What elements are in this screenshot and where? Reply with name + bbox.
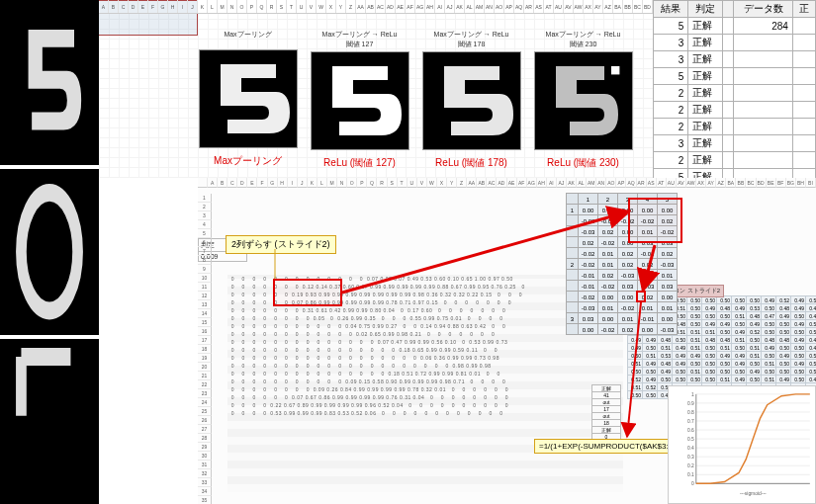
svg-text:---sigmoid---: ---sigmoid---	[740, 491, 767, 496]
selection-target-cell[interactable]	[636, 291, 646, 302]
filter-cell-0: Maxプーリング Maxプーリング	[198, 30, 298, 168]
results-header-cell: 判定	[688, 1, 723, 18]
results-row[interactable]: 2正解	[654, 102, 816, 119]
svg-point-0	[21, 193, 77, 311]
results-row[interactable]: 2正解	[654, 119, 816, 135]
sigmoid-chart: 00.10.20.30.40.50.60.70.80.91---sigmoid-…	[668, 385, 816, 504]
stride-callout: 2列ずらす (ストライド2)	[226, 235, 336, 254]
selection-filter-range[interactable]	[628, 198, 682, 243]
outer-column-headers: ABCDEFGHIJKLMNOPQRSTUVWXYZAAABACADAEAFAG…	[99, 0, 653, 14]
svg-text:0.7: 0.7	[687, 419, 694, 424]
svg-text:0.1: 0.1	[687, 472, 694, 477]
digit-five-large	[0, 0, 99, 165]
svg-rect-1	[611, 66, 619, 74]
filter-top-label: Maxプーリング	[224, 30, 271, 47]
results-header-cell: 結果	[654, 1, 688, 18]
filter-preview-row: Maxプーリング Maxプーリング Maxプーリング → ReLu閾値 127 …	[198, 30, 633, 168]
results-row[interactable]: 5正解284	[654, 18, 816, 35]
results-row[interactable]: 5正解	[654, 68, 816, 85]
results-row[interactable]: 2正解	[654, 152, 816, 169]
svg-text:0.6: 0.6	[687, 428, 694, 433]
filter-cell-3: Maxプーリング → ReLu閾値 230 ReLu (閾値 230)	[533, 30, 633, 168]
results-header-cell: 正	[792, 1, 815, 18]
filter-cell-2: Maxプーリング → ReLu閾値 178 ReLu (閾値 178)	[421, 30, 521, 168]
results-row[interactable]: 3正解	[654, 35, 816, 51]
inner-column-headers: ABCDEFGHIJKLMNOPQRSTUVWXYZAAABACADAEAFAG…	[198, 178, 816, 188]
filter-cell-1: Maxプーリング → ReLu閾値 127 ReLu (閾値 127)	[310, 30, 409, 168]
results-row[interactable]: 2正解	[654, 85, 816, 102]
filter-top-label: Maxプーリング → ReLu閾値 178	[434, 30, 509, 49]
svg-text:0.4: 0.4	[687, 446, 694, 451]
svg-text:1: 1	[691, 392, 694, 397]
results-row[interactable]: 3正解	[654, 51, 816, 68]
svg-text:0.5: 0.5	[687, 437, 694, 442]
svg-text:0.3: 0.3	[687, 455, 694, 460]
input-pixel-grid[interactable]: 0 0 0 0 0 0 0 0 0 0 0 0 0 0.07 0.07 0.07…	[227, 275, 623, 492]
digit-zero-large	[0, 169, 99, 334]
filter-image-relu-127	[311, 51, 409, 150]
filter-bottom-label: ReLu (閾値 230)	[547, 156, 619, 170]
svg-text:0.2: 0.2	[687, 463, 694, 468]
results-header-cell	[723, 1, 734, 18]
filter-bottom-label: ReLu (閾値 178)	[435, 156, 507, 170]
filter-image-relu-178	[422, 51, 521, 150]
svg-text:0.9: 0.9	[687, 401, 694, 406]
left-digit-strip	[0, 0, 99, 504]
filter-image-relu-230	[534, 51, 633, 150]
filter-top-label: Maxプーリング → ReLu閾値 230	[546, 30, 621, 49]
filter-image-maxpool	[199, 49, 298, 148]
selection-source-range[interactable]	[273, 279, 342, 306]
results-row[interactable]: 3正解	[654, 135, 816, 152]
filter-bottom-label: ReLu (閾値 127)	[323, 156, 396, 170]
side-readout: 正解41out17out18正解0	[591, 385, 621, 441]
results-table[interactable]: 結果判定データ数正 5正解2843正解3正解5正解2正解2正解2正解3正解2正解…	[653, 0, 816, 203]
svg-text:0: 0	[691, 481, 694, 486]
results-window: 結果判定データ数正 5正解2843正解3正解5正解2正解2正解2正解3正解2正解…	[653, 0, 816, 198]
filter-bottom-label: Maxプーリング	[214, 154, 282, 168]
results-header-cell: データ数	[734, 1, 793, 18]
digit-partial-large	[0, 339, 99, 504]
filter-top-label: Maxプーリング → ReLu閾値 127	[322, 30, 398, 49]
svg-text:0.8: 0.8	[687, 410, 694, 415]
inner-row-headers: 1234567891011121314151617181920212223242…	[198, 194, 212, 490]
